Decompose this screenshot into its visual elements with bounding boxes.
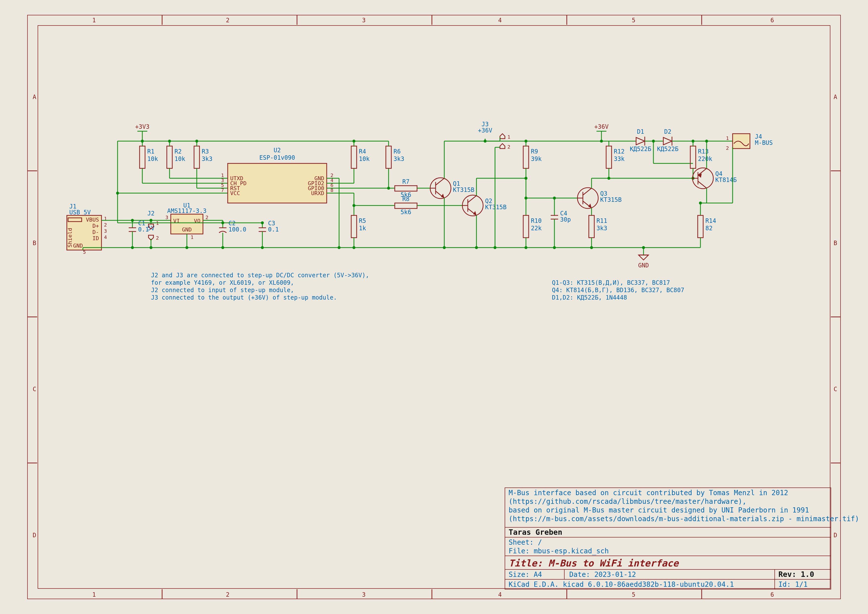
- r10: R10 22k: [523, 216, 542, 248]
- svg-rect-218: [698, 216, 703, 238]
- c4-ref: C4: [560, 210, 567, 217]
- 36v-label: +36V: [594, 123, 609, 130]
- j3-conn: J3 +36V 1 2: [478, 121, 510, 249]
- svg-point-165: [524, 197, 527, 200]
- svg-text:D-: D-: [93, 229, 99, 235]
- note-right: Q1-Q3: КТ315(В,Д,И), BC337, BC817 Q4: КТ…: [552, 279, 684, 301]
- col-4-top: 4: [498, 17, 502, 24]
- r8-val: 5k6: [400, 209, 411, 216]
- r11: R11 3k3: [589, 216, 607, 248]
- tb-id: Id: 1/1: [778, 580, 808, 589]
- svg-rect-60: [351, 216, 356, 238]
- d2-diode: D2 КД522Б: [657, 128, 679, 152]
- tb-rev: Rev: 1.0: [778, 570, 814, 578]
- d1-diode: D1 КД522Б: [630, 128, 651, 152]
- svg-text:2: 2: [156, 235, 159, 241]
- j4-ref: J4: [755, 133, 762, 140]
- col-5-top: 5: [632, 17, 636, 24]
- col-4-bot: 4: [498, 591, 502, 598]
- svg-rect-156: [523, 216, 529, 238]
- svg-point-213: [705, 140, 708, 143]
- svg-text:J2 and J3 are connected to ste: J2 and J3 are connected to step-up DC/DC…: [151, 272, 369, 279]
- r6-val: 3k3: [394, 155, 404, 163]
- r14-ref: R14: [705, 217, 716, 224]
- j2-ref: J2: [147, 210, 155, 217]
- svg-point-150: [493, 246, 496, 249]
- row-d-left: D: [33, 532, 36, 539]
- svg-rect-151: [523, 146, 529, 168]
- c4-val: 30p: [560, 216, 571, 223]
- r8: R8 5k6: [395, 195, 417, 216]
- r12: R12 33k: [606, 141, 625, 178]
- col-3-bot: 3: [362, 591, 366, 598]
- tb-gen: KiCad E.D.A. kicad 6.0.10-86aedd382b-118…: [508, 580, 734, 589]
- svg-point-163: [524, 140, 527, 143]
- tb-company: Taras Greben: [508, 528, 562, 536]
- svg-text:1: 1: [191, 234, 194, 240]
- svg-point-113: [338, 246, 341, 249]
- r9-ref: R9: [531, 148, 538, 155]
- q1-val: КТ315В: [453, 186, 474, 193]
- d1-ref: D1: [637, 128, 644, 135]
- r2-ref: R2: [175, 148, 182, 155]
- d1-val: КД522Б: [630, 146, 651, 152]
- q2-val: КТ315В: [485, 204, 507, 211]
- svg-text:Q1-Q3: КТ315(В,Д,И), BC337, BC: Q1-Q3: КТ315(В,Д,И), BC337, BC817: [552, 279, 670, 286]
- svg-point-108: [131, 246, 134, 249]
- q3-val: КТ315В: [600, 196, 622, 203]
- r3-val: 3k3: [202, 155, 212, 163]
- tb-c3: based on original M-Bus master circuit d…: [508, 506, 809, 514]
- svg-text:3: 3: [104, 228, 107, 234]
- r11-ref: R11: [597, 217, 607, 224]
- r1-ref: R1: [147, 148, 155, 155]
- svg-text:1: 1: [507, 134, 510, 140]
- u2-urxd: URXD: [311, 190, 324, 196]
- r10-val: 22k: [531, 225, 542, 232]
- svg-point-182: [590, 246, 593, 249]
- svg-text:GND: GND: [73, 243, 83, 249]
- r4-ref: R4: [359, 148, 366, 155]
- row-c-left: C: [33, 386, 36, 393]
- r3: R3 3k3: [194, 141, 212, 188]
- svg-rect-180: [589, 216, 594, 238]
- svg-rect-23: [167, 146, 172, 168]
- c3-ref: C3: [268, 220, 275, 227]
- col-3-top: 3: [362, 17, 366, 24]
- col-6-bot: 6: [770, 591, 774, 598]
- c1-ref: C1: [138, 220, 145, 227]
- col-2-bot: 2: [226, 591, 229, 598]
- svg-rect-185: [606, 146, 612, 168]
- r4-val: 10k: [359, 155, 370, 163]
- r5-val: 1k: [359, 225, 366, 232]
- j3-val: +36V: [478, 127, 492, 134]
- r13-ref: R13: [698, 148, 708, 155]
- svg-line-134: [468, 195, 476, 203]
- u2-ref: U2: [274, 147, 281, 154]
- svg-text:GND: GND: [182, 226, 192, 233]
- svg-point-111: [221, 246, 224, 249]
- svg-line-176: [583, 188, 592, 195]
- c4: C4 30p: [551, 210, 571, 248]
- r2-val: 10k: [175, 155, 185, 163]
- r9-val: 39k: [531, 155, 542, 163]
- svg-point-172: [553, 197, 556, 200]
- svg-marker-191: [636, 137, 645, 145]
- svg-text:ID: ID: [93, 235, 99, 241]
- q3-ref: Q3: [600, 190, 608, 197]
- svg-point-126: [443, 246, 446, 249]
- j2-conn: J2 5V 1 2: [147, 210, 159, 248]
- svg-rect-129: [395, 203, 417, 208]
- row-a-left: A: [33, 94, 36, 101]
- r12-val: 33k: [614, 155, 625, 163]
- svg-point-158: [524, 246, 527, 249]
- svg-rect-56: [386, 146, 391, 168]
- tb-c4: (https://m-bus.com/assets/downloads/m-bu…: [508, 515, 859, 523]
- d2-ref: D2: [664, 128, 671, 135]
- r13-val: 220k: [698, 155, 712, 163]
- r8-ref: R8: [403, 195, 410, 203]
- svg-text:5: 5: [83, 249, 86, 255]
- svg-marker-223: [639, 255, 648, 260]
- svg-rect-224: [733, 134, 750, 149]
- col-6-top: 6: [770, 17, 774, 24]
- q2-transistor: Q2 КТ315В: [462, 195, 507, 216]
